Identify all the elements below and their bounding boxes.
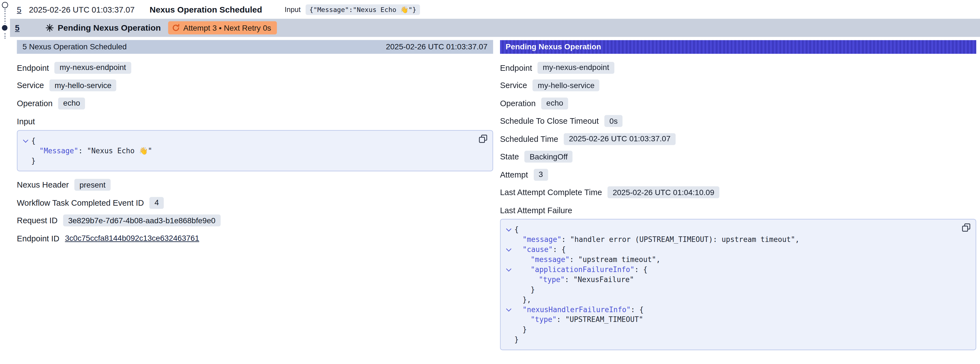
field-value-badge: 2025-02-26 UTC 01:04:10.09 (608, 187, 719, 198)
code-content: { (31, 136, 36, 145)
event-row-scheduled[interactable]: 5 2025-02-26 UTC 01:03:37.07 Nexus Opera… (0, 0, 980, 19)
pending-operation-row[interactable]: 5 Pending Nexus Operation Attempt 3 • Ne… (10, 19, 980, 37)
input-section-label: Input (17, 117, 493, 126)
code-content: }, (514, 295, 531, 305)
pending-fields: Endpointmy-nexus-endpointServicemy-hello… (500, 54, 976, 201)
code-line: }, (503, 295, 969, 305)
collapse-chevron-icon[interactable] (506, 306, 511, 311)
field-row: Endpointmy-nexus-endpoint (17, 59, 493, 77)
copy-icon[interactable] (962, 223, 970, 232)
code-content: { (514, 224, 519, 235)
field-value-badge: 0s (605, 115, 623, 127)
field-row: Request ID3e829b7e-7d67-4b08-aad3-b1e868… (17, 212, 493, 229)
field-label: Scheduled Time (500, 134, 558, 144)
code-gutter (503, 295, 514, 305)
failure-section-label: Last Attempt Failure (500, 206, 976, 215)
collapse-chevron-icon[interactable] (506, 246, 511, 251)
code-content: } (514, 334, 519, 345)
code-line: "applicationFailureInfo": { (503, 265, 969, 275)
code-line: } (503, 284, 969, 295)
event-title: Nexus Operation Scheduled (150, 5, 262, 14)
code-line: "message": "upstream timeout", (503, 254, 969, 265)
code-gutter (503, 235, 514, 244)
code-content: "applicationFailureInfo": { (514, 265, 648, 275)
code-gutter (503, 284, 514, 295)
field-row: Operationecho (500, 94, 976, 112)
code-content: "message": "upstream timeout", (514, 254, 660, 265)
field-label: Attempt (500, 170, 528, 179)
event-id-link[interactable]: 5 (17, 5, 21, 14)
field-label: Operation (500, 99, 536, 108)
scheduled-panel-header: 5 Nexus Operation Scheduled 2025-02-26 U… (17, 40, 493, 54)
timeline-event-node-icon[interactable] (2, 2, 8, 8)
code-content: } (31, 155, 36, 166)
collapse-chevron-icon[interactable] (506, 266, 511, 271)
timeline-pending-node-icon[interactable] (2, 25, 8, 31)
code-line: } (503, 334, 969, 345)
code-gutter (503, 265, 514, 275)
field-row: Last Attempt Complete Time2025-02-26 UTC… (500, 184, 976, 201)
field-row: Workflow Task Completed Event ID4 (17, 194, 493, 212)
code-content: "nexusHandlerFailureInfo": { (514, 305, 643, 315)
field-value-badge: echo (541, 97, 568, 109)
next-attempt-row: Next Attempt Schedule Time 2025-02-26 UT… (500, 356, 976, 364)
scheduled-fields-bottom: Nexus HeaderpresentWorkflow Task Complet… (17, 171, 493, 247)
code-content: "cause": { (514, 244, 566, 254)
pending-panel-title: Pending Nexus Operation (506, 43, 601, 51)
event-input-label: Input (285, 6, 301, 13)
collapse-chevron-icon[interactable] (506, 226, 511, 231)
retry-status-badge: Attempt 3 • Next Retry 0s (168, 21, 277, 34)
pending-id-link[interactable]: 5 (15, 23, 19, 33)
code-line: "cause": { (503, 244, 969, 254)
collapse-chevron-icon[interactable] (23, 137, 28, 142)
code-gutter (503, 315, 514, 325)
field-label: Service (17, 81, 44, 90)
code-gutter (503, 254, 514, 265)
field-value-badge: 2025-02-26 UTC 01:03:37.07 (564, 133, 676, 145)
code-line: "nexusHandlerFailureInfo": { (503, 305, 969, 315)
code-line: { (20, 136, 486, 145)
code-content: "message": "handler error (UPSTREAM_TIME… (514, 235, 799, 244)
code-gutter (503, 305, 514, 315)
field-value-badge: echo (58, 97, 85, 109)
code-content: "type": "UPSTREAM_TIMEOUT" (514, 315, 643, 325)
field-label: Endpoint (500, 63, 532, 72)
field-label: Request ID (17, 216, 58, 225)
scheduled-event-detail-panel: 5 Nexus Operation Scheduled 2025-02-26 U… (17, 40, 493, 247)
scheduled-panel-title: 5 Nexus Operation Scheduled (22, 43, 127, 51)
timeline-connector-dotted-line (5, 9, 6, 39)
field-row: Servicemy-hello-service (500, 77, 976, 94)
code-line: } (503, 324, 969, 334)
code-gutter (503, 324, 514, 334)
copy-icon[interactable] (479, 134, 487, 143)
field-value-link[interactable]: 3c0c75ccfa8144b092c13ce632463761 (65, 234, 199, 243)
event-history-view: 5 2025-02-26 UTC 01:03:37.07 Nexus Opera… (0, 0, 980, 364)
field-row: Schedule To Close Timeout0s (500, 112, 976, 130)
code-line: } (20, 155, 486, 166)
field-row: Next Attempt Schedule Time 2025-02-26 UT… (500, 361, 976, 364)
code-content: } (514, 284, 535, 295)
scheduled-fields-top: Endpointmy-nexus-endpointServicemy-hello… (17, 54, 493, 112)
field-value-badge: my-hello-service (533, 80, 600, 91)
retry-icon (172, 24, 180, 32)
code-gutter (20, 145, 31, 155)
code-gutter (503, 244, 514, 254)
input-json-block: {"Message": "Nexus Echo 👋"} (17, 130, 493, 171)
code-line: "type": "UPSTREAM_TIMEOUT" (503, 315, 969, 325)
scheduled-panel-timestamp: 2025-02-26 UTC 01:03:37.07 (386, 43, 487, 51)
code-line: "message": "handler error (UPSTREAM_TIME… (503, 235, 969, 244)
pending-title: Pending Nexus Operation (58, 23, 161, 33)
field-value-badge: my-hello-service (49, 80, 116, 91)
code-content: "Message": "Nexus Echo 👋" (31, 145, 152, 155)
code-line: "type": "NexusFailure" (503, 275, 969, 284)
field-label: Workflow Task Completed Event ID (17, 198, 144, 208)
field-value-badge: my-nexus-endpoint (55, 62, 131, 74)
code-gutter (20, 155, 31, 166)
pending-operation-detail-panel: Pending Nexus Operation Endpointmy-nexus… (500, 40, 976, 364)
field-value-badge: BackingOff (525, 151, 573, 163)
field-label: State (500, 152, 519, 162)
code-gutter (503, 275, 514, 284)
field-row: Operationecho (17, 94, 493, 112)
field-value-badge: 4 (150, 197, 164, 209)
event-input-preview-badge: {"Message":"Nexus Echo 👋"} (305, 4, 420, 15)
